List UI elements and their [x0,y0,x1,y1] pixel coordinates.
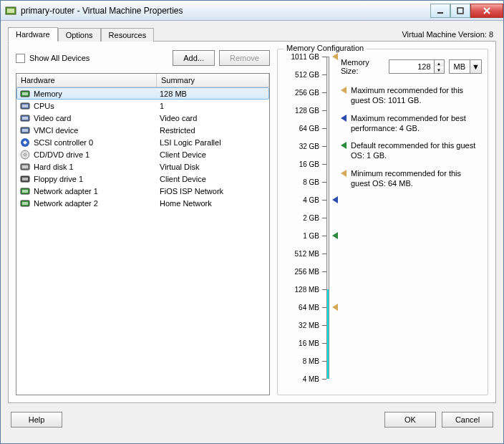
svg-rect-1 [7,9,14,13]
close-button[interactable] [470,4,503,18]
hardware-row-memory[interactable]: Memory128 MB [16,87,269,100]
mem-tick-label: 256 MB [286,268,319,276]
memory-side-panel: Memory Size: ▲▼ MB ▼ Maximum r [341,57,482,379]
triangle-icon [341,87,346,94]
svg-rect-9 [22,105,28,107]
hardware-row-floppy-drive-1[interactable]: Floppy drive 1Client Device [16,173,269,185]
mem-recommendation: Default recommended for this guest OS: 1… [341,140,482,161]
hardware-row-network-adapter-2[interactable]: Network adapter 2Home Network [16,197,269,209]
svg-rect-18 [22,165,28,168]
device-summary: Home Network [160,199,266,208]
hardware-row-scsi-controller-0[interactable]: SCSI controller 0LSI Logic Parallel [16,136,269,148]
svg-rect-3 [457,8,463,14]
mem-tick-label: 128 GB [286,107,319,115]
bottom-button-bar: Help OK Cancel [8,403,496,436]
window-buttons [430,4,503,18]
device-name: VMCI device [34,126,160,135]
device-name: Memory [34,90,160,98]
hardware-top-row: Show All Devices Add... Remove [16,49,270,67]
spin-down-icon[interactable]: ▼ [434,67,444,73]
tab-row: HardwareOptionsResources Virtual Machine… [8,25,496,41]
vmci-icon [19,125,31,135]
memory-config-column: Memory Configuration 1011 GB512 GB256 GB… [277,49,488,395]
remove-button[interactable]: Remove [219,50,270,66]
hardware-list-header: Hardware Summary [16,74,269,87]
titlebar[interactable]: primary-router - Virtual Machine Propert… [1,1,503,21]
hardware-left-column: Show All Devices Add... Remove Hardware … [16,49,270,395]
hardware-row-video-card[interactable]: Video cardVideo card [16,112,269,124]
mem-tick-label: 16 GB [286,160,319,168]
svg-rect-24 [22,202,28,205]
memory-config-fieldset: Memory Configuration 1011 GB512 GB256 GB… [277,49,488,395]
maximize-button[interactable] [450,4,470,18]
hdd-icon [19,162,31,172]
hardware-list: Hardware Summary Memory128 MBCPUs1Video … [16,73,270,395]
mem-marker [332,304,338,311]
device-summary: Restricted [160,126,266,135]
reco-text: Default recommended for this guest OS: 1… [351,140,482,161]
device-summary: Client Device [160,175,266,183]
help-button[interactable]: Help [11,412,62,428]
svg-rect-22 [22,190,28,193]
ok-button[interactable]: OK [384,412,436,428]
memory-size-label: Memory Size: [341,58,384,75]
minimize-button[interactable] [430,4,450,18]
memory-size-spinbox[interactable]: ▲▼ [389,59,445,74]
device-name: Hard disk 1 [34,163,160,171]
mem-marker [332,196,338,203]
hardware-row-network-adapter-1[interactable]: Network adapter 1FiOS ISP Network [16,185,269,197]
memory-size-row: Memory Size: ▲▼ MB ▼ [341,58,482,75]
triangle-icon [341,115,346,122]
col-hardware[interactable]: Hardware [16,74,157,87]
tab-options[interactable]: Options [58,28,101,42]
memory-unit-value: MB [450,62,470,71]
hardware-row-cpus[interactable]: CPUs1 [16,100,269,112]
svg-rect-11 [22,117,28,120]
memory-slider-track[interactable]: 1011 GB512 GB256 GB128 GB64 GB32 GB16 GB… [284,57,335,379]
memory-config-legend: Memory Configuration [284,44,367,52]
vm-version-label: Virtual Machine Version: 8 [402,30,496,41]
mem-marker [332,232,338,239]
mem-tick-label: 64 GB [286,125,319,132]
mem-tick-label: 16 MB [286,339,319,347]
mem-tick-label: 512 MB [286,250,319,258]
device-name: CPUs [34,102,160,110]
hardware-row-vmci-device[interactable]: VMCI deviceRestricted [16,124,269,136]
hardware-tab-panel: Show All Devices Add... Remove Hardware … [8,41,496,403]
svg-rect-7 [22,92,28,95]
mem-tick-label: 4 GB [286,196,319,204]
svg-point-16 [24,153,26,155]
mem-tick-label: 1011 GB [286,53,319,61]
hardware-row-cd-dvd-drive-1[interactable]: CD/DVD drive 1Client Device [16,148,269,160]
scsi-icon [19,137,31,148]
device-summary: 128 MB [160,90,266,98]
col-summary[interactable]: Summary [157,74,269,87]
nic-icon [19,186,31,196]
hardware-row-hard-disk-1[interactable]: Hard disk 1Virtual Disk [16,160,269,173]
device-name: SCSI controller 0 [34,138,160,147]
tab-resources[interactable]: Resources [101,28,155,42]
mem-tick-label: 8 MB [286,357,319,365]
mem-tick-label: 512 GB [286,71,319,79]
svg-rect-13 [22,129,28,132]
reco-text: Minimum recommended for this guest OS: 6… [351,168,482,189]
mem-tick-label: 8 GB [286,178,319,186]
device-summary: Video card [160,114,266,122]
floppy-icon [19,174,31,184]
mem-tick-label: 64 MB [286,304,319,312]
mem-tick-label: 32 GB [286,143,319,150]
spin-up-icon[interactable]: ▲ [434,60,444,67]
memory-size-input[interactable] [389,62,434,71]
video-icon [19,113,31,123]
device-name: Video card [34,114,160,122]
add-button[interactable]: Add... [173,50,215,66]
show-all-checkbox[interactable] [16,54,25,63]
reco-text: Maximum recommended for this guest OS: 1… [351,85,482,106]
memory-unit-combobox[interactable]: MB ▼ [449,59,483,74]
window-title: primary-router - Virtual Machine Propert… [21,6,430,16]
nic-icon [19,198,31,208]
cancel-button[interactable]: Cancel [442,412,493,428]
chevron-down-icon[interactable]: ▼ [470,60,481,73]
tab-hardware[interactable]: Hardware [8,27,58,42]
device-summary: Virtual Disk [160,163,266,171]
